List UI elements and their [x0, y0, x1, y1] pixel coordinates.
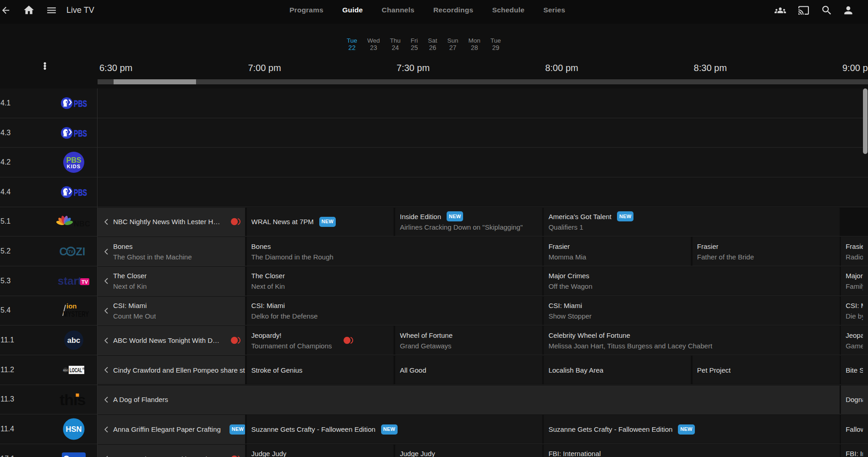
svg-text:C: C — [60, 246, 67, 257]
svg-text:PBS: PBS — [66, 156, 82, 164]
svg-text:KIDS: KIDS — [67, 164, 81, 169]
svg-text:PBS: PBS — [74, 187, 87, 198]
svg-text:HSN: HSN — [66, 425, 82, 433]
svg-text:thıs: thıs — [60, 391, 86, 408]
svg-text:NBC: NBC — [74, 220, 90, 228]
svg-text:PBS: PBS — [74, 98, 87, 109]
svg-text:start: start — [58, 275, 82, 287]
svg-text:CBS: CBS — [71, 455, 85, 457]
svg-text:ion: ion — [66, 302, 77, 310]
svg-text:iSH: iSH — [82, 367, 85, 370]
svg-text:abc: abc — [63, 368, 68, 371]
svg-text:ZI: ZI — [76, 246, 86, 257]
svg-text:abc: abc — [67, 336, 80, 344]
svg-text:MYSTERY: MYSTERY — [63, 310, 89, 319]
svg-text:PBS: PBS — [74, 128, 87, 138]
svg-text:LOCAL: LOCAL — [70, 367, 82, 374]
svg-text:TV: TV — [82, 279, 88, 285]
svg-text:TV: TV — [68, 249, 73, 254]
